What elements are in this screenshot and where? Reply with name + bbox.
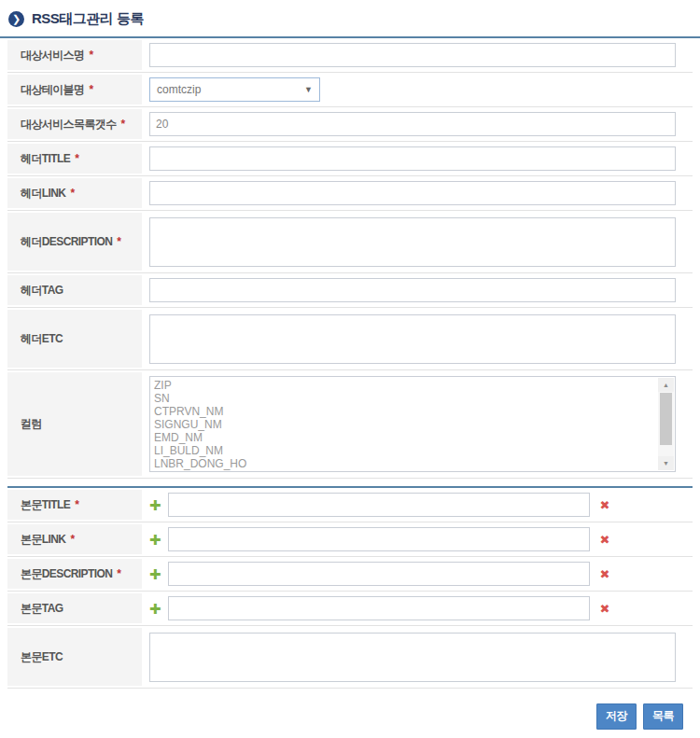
form-row-body-description: 본문DESCRIPTION*✚✖: [7, 557, 693, 592]
header-title-label: 헤더TITLE: [21, 151, 70, 167]
body-link-label: 본문LINK: [21, 532, 65, 548]
header-link-content-cell: [142, 176, 693, 210]
required-asterisk: *: [117, 567, 121, 580]
footer-actions: 저장 목록: [7, 703, 693, 730]
add-row-icon[interactable]: ✚: [149, 567, 161, 581]
body-description-input[interactable]: [168, 562, 590, 586]
scroll-down-icon[interactable]: ▼: [658, 456, 674, 470]
required-asterisk: *: [89, 49, 93, 62]
listbox-scrollbar[interactable]: ▲▼: [658, 378, 674, 470]
required-asterisk: *: [117, 235, 121, 248]
body-etc-label: 본문ETC: [21, 649, 63, 665]
target-table-name-label: 대상테이블명: [21, 82, 84, 98]
target-service-name-label-cell: 대상서비스명*: [7, 38, 142, 72]
form-row-target-table-name: 대상테이블명*comtczip▼: [7, 73, 693, 107]
column-label: 컬럼: [21, 416, 42, 432]
required-asterisk: *: [75, 152, 79, 165]
body-title-content-cell: ✚✖: [142, 488, 693, 522]
list-button[interactable]: 목록: [643, 703, 683, 730]
form-row-target-service-list-count: 대상서비스목록갯수*: [7, 107, 693, 142]
add-row-icon[interactable]: ✚: [149, 498, 161, 512]
add-row-icon[interactable]: ✚: [149, 533, 161, 547]
list-item[interactable]: LNBR_DONG_HO: [154, 457, 654, 470]
body-tag-label-cell: 본문TAG: [7, 592, 142, 625]
chevron-right-circle-icon: ❯: [8, 11, 24, 27]
target-service-name-input[interactable]: [149, 43, 676, 67]
list-item[interactable]: LI_BULD_NM: [154, 444, 654, 457]
header-link-label: 헤더LINK: [21, 186, 65, 202]
target-table-name-select-value: comtczip: [157, 83, 201, 96]
body-title-label: 본문TITLE: [21, 497, 70, 513]
body-etc-textarea[interactable]: [149, 633, 676, 682]
body-etc-content-cell: [142, 628, 693, 687]
form-row-header-title: 헤더TITLE*: [7, 142, 693, 176]
form-row-column: 컬럼ZIPSNCTPRVN_NMSIGNGU_NMEMD_NMLI_BULD_N…: [7, 370, 693, 479]
required-asterisk: *: [70, 533, 75, 546]
header-tag-label: 헤더TAG: [21, 283, 63, 299]
target-service-list-count-label-cell: 대상서비스목록갯수*: [7, 107, 142, 141]
page-title: RSS태그관리 등록: [32, 10, 144, 28]
body-title-input[interactable]: [168, 493, 590, 517]
scroll-up-icon[interactable]: ▲: [658, 378, 674, 392]
scroll-track[interactable]: [658, 445, 674, 456]
header-link-input[interactable]: [149, 181, 676, 205]
column-label-cell: 컬럼: [7, 370, 142, 478]
body-etc-label-cell: 본문ETC: [7, 626, 142, 688]
save-button[interactable]: 저장: [596, 703, 637, 730]
body-tag-content-cell: ✚✖: [142, 592, 693, 625]
header-tag-label-cell: 헤더TAG: [7, 273, 142, 307]
list-item[interactable]: CTPRVN_NM: [154, 405, 654, 418]
column-options: ZIPSNCTPRVN_NMSIGNGU_NMEMD_NMLI_BULD_NML…: [150, 377, 675, 472]
form-row-body-tag: 본문TAG✚✖: [7, 592, 693, 626]
header-etc-label-cell: 헤더ETC: [7, 308, 142, 369]
target-service-list-count-input[interactable]: [149, 112, 676, 136]
body-description-content-cell: ✚✖: [142, 557, 693, 591]
header-etc-label: 헤더ETC: [21, 331, 63, 347]
remove-row-icon[interactable]: ✖: [600, 534, 610, 546]
body-link-content-cell: ✚✖: [142, 522, 693, 556]
header-etc-textarea[interactable]: [149, 314, 676, 364]
header-title-label-cell: 헤더TITLE*: [7, 142, 142, 175]
chevron-down-icon: ▼: [304, 85, 313, 94]
add-row-icon[interactable]: ✚: [149, 602, 161, 616]
remove-row-icon[interactable]: ✖: [600, 499, 610, 511]
header-tag-input[interactable]: [149, 278, 676, 302]
page: ❯ RSS태그관리 등록 대상서비스명*대상테이블명*comtczip▼대상서비…: [0, 0, 700, 737]
target-service-name-content-cell: [142, 38, 693, 72]
column-listbox[interactable]: ZIPSNCTPRVN_NMSIGNGU_NMEMD_NMLI_BULD_NML…: [149, 376, 676, 472]
target-service-name-label: 대상서비스명: [21, 48, 84, 63]
header-title-content-cell: [142, 142, 693, 175]
scroll-thumb[interactable]: [660, 393, 672, 445]
header-description-label-cell: 헤더DESCRIPTION*: [7, 211, 142, 272]
remove-row-icon[interactable]: ✖: [600, 603, 610, 615]
list-item[interactable]: EMD_NM: [154, 431, 654, 444]
required-asterisk: *: [75, 498, 79, 511]
body-tag-input[interactable]: [168, 596, 590, 620]
header-title-input[interactable]: [149, 146, 676, 171]
list-item[interactable]: ZIP: [154, 379, 654, 392]
form-row-body-title: 본문TITLE*✚✖: [7, 488, 693, 522]
rss-body-form-table: 본문TITLE*✚✖본문LINK*✚✖본문DESCRIPTION*✚✖본문TAG…: [7, 486, 693, 689]
header-description-textarea[interactable]: [149, 217, 676, 267]
rss-header-form-table: 대상서비스명*대상테이블명*comtczip▼대상서비스목록갯수*헤더TITLE…: [7, 38, 693, 479]
required-asterisk: *: [70, 187, 75, 200]
form-row-header-link: 헤더LINK*: [7, 176, 693, 211]
page-header: ❯ RSS태그관리 등록: [7, 7, 693, 36]
form-row-target-service-name: 대상서비스명*: [7, 38, 693, 73]
remove-row-icon[interactable]: ✖: [600, 568, 610, 580]
body-description-label-cell: 본문DESCRIPTION*: [7, 557, 142, 591]
form-row-header-etc: 헤더ETC: [7, 308, 693, 370]
body-link-input[interactable]: [168, 527, 590, 551]
target-table-name-select[interactable]: comtczip▼: [149, 77, 320, 102]
target-service-list-count-content-cell: [142, 107, 693, 141]
body-tag-label: 본문TAG: [21, 601, 63, 617]
body-link-label-cell: 본문LINK*: [7, 522, 142, 556]
target-table-name-label-cell: 대상테이블명*: [7, 73, 142, 106]
form-row-header-tag: 헤더TAG: [7, 273, 693, 308]
list-item[interactable]: SN: [154, 392, 654, 405]
column-content-cell: ZIPSNCTPRVN_NMSIGNGU_NMEMD_NMLI_BULD_NML…: [142, 371, 693, 477]
header-description-content-cell: [142, 213, 693, 272]
list-item[interactable]: SIGNGU_NM: [154, 418, 654, 431]
target-table-name-content-cell: comtczip▼: [142, 73, 693, 106]
form-row-body-link: 본문LINK*✚✖: [7, 522, 693, 557]
